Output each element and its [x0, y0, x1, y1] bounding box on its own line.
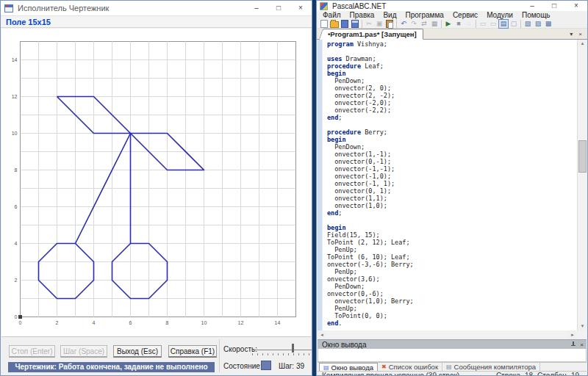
paste-icon[interactable] [386, 20, 393, 28]
help-button[interactable]: Справка (F1) [168, 345, 217, 358]
speed-slider-track[interactable] [252, 350, 312, 350]
toolbar-separator [441, 20, 442, 28]
template-icon[interactable]: ▦ [429, 19, 440, 29]
tab-list-dropdown-icon[interactable]: ▾ [567, 31, 576, 37]
state-indicator [261, 361, 271, 370]
vscroll-thumb[interactable] [578, 140, 587, 173]
close-icon[interactable]: × [290, 1, 312, 15]
drawer-titlebar: Исполнитель Чертежник – □ × [1, 1, 312, 15]
output-close-icon[interactable]: × [580, 341, 584, 348]
maximize-icon[interactable]: □ [543, 1, 565, 11]
svg-text:4: 4 [93, 320, 96, 325]
menu-item-1[interactable]: Правка [345, 11, 379, 19]
code-line: program Vishnya; [327, 40, 576, 48]
svg-text:4: 4 [15, 241, 18, 246]
stop-button[interactable]: Стоп (Enter) [9, 345, 55, 358]
locals-window-icon[interactable]: ▭ [488, 19, 498, 29]
tab-close-icon[interactable]: × [576, 31, 585, 37]
svg-text:14: 14 [12, 57, 18, 62]
document-tab[interactable]: •Program1.pas* [Запущен] [323, 29, 423, 40]
code-editor[interactable]: program Vishnya; uses Drawman;procedure … [318, 40, 587, 330]
stop-icon[interactable]: ■ [453, 19, 464, 29]
compile-status-text: Компиляция прошла успешно (39 строк) [322, 372, 459, 375]
code-line: Field(15, 15); [327, 231, 576, 239]
save-all-icon[interactable] [351, 20, 359, 28]
code-line: onvector(1,1); [327, 195, 576, 202]
pin-icon[interactable] [570, 341, 576, 348]
document-tab-bar: •Program1.pas* [Запущен] ▾ × [317, 29, 587, 40]
undo-icon[interactable]: ↶ [398, 19, 409, 29]
toolbox-icon[interactable]: ▨ [533, 19, 543, 29]
ide-titlebar: PascalABC.NET – □ × [317, 1, 587, 11]
svg-text:6: 6 [15, 204, 18, 209]
step-button[interactable]: Шаг (Space) [60, 345, 107, 358]
code-line: onvector(3,6); [327, 275, 576, 283]
menu-item-5[interactable]: Модули [482, 11, 517, 19]
output-window-icon[interactable]: ▤ [498, 19, 509, 29]
minimize-icon[interactable]: – [245, 1, 268, 15]
drawer-window: Исполнитель Чертежник – □ × Поле 15x15 0… [0, 0, 312, 376]
maximize-icon[interactable]: □ [268, 1, 290, 15]
code-line: procedure Leaf; [327, 62, 576, 70]
code-line [327, 48, 576, 55]
tab-output-window[interactable]: ▤Окно вывода [319, 363, 378, 371]
code-line: begin [327, 70, 576, 77]
scroll-up-icon[interactable]: ▲ [578, 40, 587, 48]
properties-icon[interactable]: ▩ [543, 19, 553, 29]
new-file-icon[interactable] [320, 20, 328, 28]
code-line: onvector(-1, 1); [327, 180, 576, 187]
code-text: program Vishnya; uses Drawman;procedure … [327, 40, 576, 327]
minimize-icon[interactable]: – [521, 1, 543, 11]
open-folder-icon[interactable] [330, 21, 339, 28]
menu-item-2[interactable]: Вид [379, 11, 401, 19]
code-line: onvector(1,0); Berry; [327, 297, 576, 305]
form-designer-icon[interactable]: ▧ [523, 19, 533, 29]
drawer-window-controls: – □ × [245, 1, 312, 15]
step-over-icon[interactable]: ◌ [464, 19, 474, 29]
code-line: begin [327, 224, 576, 231]
drawer-status-bar: Чертежник: Работа окончена, задание не в… [8, 362, 215, 372]
save-icon[interactable] [341, 20, 348, 28]
tab-compiler-messages[interactable]: ▤Сообщения компилятора [442, 363, 540, 371]
exit-button[interactable]: Выход (Esc) [113, 345, 162, 358]
menu-item-0[interactable]: Файл [318, 11, 345, 19]
scroll-right-icon[interactable]: ► [568, 330, 577, 339]
redo-icon[interactable]: ↷ [409, 19, 419, 29]
bottom-tab-strip: ▤Окно вывода✖Список ошибок▤Сообщения ком… [318, 362, 587, 371]
speed-state-panel: Скорость: Состояние: Шаг: 39 [219, 339, 309, 372]
code-line: uses Drawman; [327, 55, 576, 62]
speed-slider-thumb[interactable] [292, 344, 294, 352]
editor-vscrollbar[interactable]: ▲ ▼ [577, 40, 587, 330]
step-counter: Шаг: 39 [279, 362, 304, 370]
toolbar-separator [362, 20, 362, 28]
ide-window-controls: – □ × [521, 1, 587, 11]
copy-icon[interactable]: ▣ [374, 19, 384, 29]
svg-text:8: 8 [15, 167, 18, 173]
menu-item-3[interactable]: Программа [401, 11, 448, 19]
run-icon[interactable]: ▶ [443, 19, 453, 29]
code-line: procedure Berry; [327, 129, 576, 136]
tab-error-list-icon: ✖ [381, 364, 387, 370]
debug-window-icon[interactable]: ▢ [509, 19, 519, 29]
cut-icon[interactable]: ✂ [364, 19, 374, 29]
tab-output-window-label: Окно вывода [331, 364, 373, 372]
reformat-icon[interactable]: ⇄ [419, 19, 429, 29]
code-line: onvector(1,-1); [327, 151, 576, 158]
output-panel-header: Окно вывода × [318, 339, 587, 349]
output-panel-title: Окно вывода [322, 341, 366, 349]
close-icon[interactable]: × [565, 1, 587, 11]
editor-hscrollbar[interactable]: ◄ ► [318, 330, 587, 339]
field-size-bar: Поле 15x15 [1, 15, 312, 28]
scroll-left-icon[interactable]: ◄ [318, 330, 326, 339]
svg-text:0: 0 [19, 320, 22, 325]
tab-compiler-messages-label: Сообщения компилятора [454, 363, 537, 371]
code-line: PenDown; [327, 143, 576, 151]
svg-text:14: 14 [275, 320, 281, 325]
tab-error-list[interactable]: ✖Список ошибок [378, 363, 442, 371]
watch-window-icon[interactable]: ▭ [478, 19, 488, 29]
svg-text:12: 12 [12, 94, 18, 99]
menu-item-4[interactable]: Сервис [448, 11, 482, 19]
scroll-down-icon[interactable]: ▼ [578, 322, 587, 330]
drawer-window-title: Исполнитель Чертежник [18, 4, 109, 12]
menu-item-6[interactable]: Помощь [517, 11, 555, 19]
